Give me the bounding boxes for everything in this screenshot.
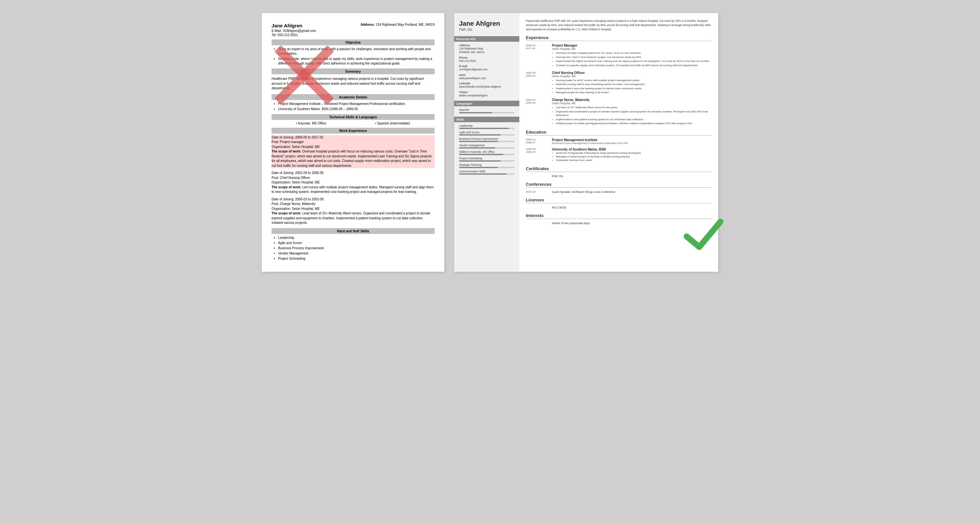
sidebar-skill-bar-4 <box>459 154 514 155</box>
exp-title-1: Project Manager <box>552 44 712 47</box>
right-title: PMP, RN <box>459 28 514 32</box>
sidebar-skill-fill-5 <box>459 160 501 162</box>
sidebar-skill-3: Vendor Management <box>459 144 514 149</box>
left-hard-soft-title: Hard and Soft Skills <box>272 228 434 234</box>
edu-date-2: 1996-09 -1999-05 <box>526 148 549 162</box>
sidebar-skill-bar-1 <box>459 134 514 135</box>
left-tel-row: Tel: 555-212-5551 <box>272 33 316 37</box>
sidebar-skill-fill-7 <box>459 173 506 175</box>
edu-school-2: University of Southern Maine, BSN <box>552 148 712 151</box>
sidebar-skill-0: Leadership <box>459 124 514 129</box>
left-work-post-1: Post: Project manager <box>272 140 434 145</box>
exp-bullet-3-3: Implemented a new patient tracking syste… <box>556 118 712 122</box>
left-work-org-3: Organization: Seton Hospital, ME <box>272 207 434 211</box>
right-resume: Jane Ahlgren PMP, RN Personal Info Addre… <box>454 13 718 272</box>
exp-content-2: Chief Nursing Officer Seton Hospital, ME… <box>552 71 712 95</box>
left-work-date-1: Date of Joining: 2006-05 to 2017-01 <box>272 135 434 140</box>
left-work-date-3: Date of Joining: 2000-03 to 2002-09 <box>272 197 434 202</box>
tel-label: Tel: <box>272 33 277 37</box>
sidebar-skills-container: Leadership Agile and Scrum Business Proc… <box>459 124 514 175</box>
right-conferences-title: Conferences <box>526 182 712 188</box>
sidebar-twitter-label: Twitter <box>459 91 514 94</box>
left-academic-list: Project Management Institute – Received … <box>272 102 434 111</box>
sidebar-phone-label: Phone <box>459 56 514 59</box>
sidebar-skill-bar-5 <box>459 160 514 162</box>
edu-bullets-2: Andersen Postgraduate Fellowship to stud… <box>552 151 712 162</box>
left-academic-item-2: University of Southern Maine, BSN (1996-… <box>278 107 434 111</box>
exp-bullet-1-3: Implemented the highly successful Lean T… <box>556 59 712 63</box>
sidebar-skill-bar-2 <box>459 141 514 142</box>
sidebar-skill-7: Communication Skills <box>459 170 514 175</box>
sidebar-skill-name-3: Vendor Management <box>459 144 514 147</box>
exp-title-2: Chief Nursing Officer <box>552 71 712 75</box>
sidebar-www-label: www <box>459 73 514 76</box>
left-work-title: Work Experience <box>272 128 434 134</box>
exp-bullet-2-2: Switched nursing staff to new scheduling… <box>556 83 712 86</box>
exp-bullet-1-1: Oversaw all major hospital projects for … <box>556 51 712 55</box>
left-technical-skills: Keynote, MS Office Spanish (intermediate… <box>272 122 434 125</box>
exp-bullet-2-4: Managed project for lean training of all… <box>556 91 712 94</box>
sidebar-skill-bar-7 <box>459 173 514 175</box>
exp-date-3: 2000-03 -2002-09 <box>526 98 549 126</box>
sidebar-skill-name-0: Leadership <box>459 124 514 127</box>
exp-entry-3: 2000-03 -2002-09 Charge Nurse, Maternity… <box>526 98 712 126</box>
exp-bullet-3-2: Organized and coordinated a project to d… <box>556 110 712 117</box>
left-skill-1: Keynote, MS Office <box>296 122 326 125</box>
right-certificates-title: Certificates <box>526 166 712 172</box>
sidebar-skill-fill-2 <box>459 141 498 142</box>
left-summary-text: Healthcare PMP with years of experience … <box>272 76 434 92</box>
sidebar-skills-title: Skills <box>454 117 519 122</box>
conf-date-1: 2014-10 <box>526 190 549 194</box>
left-work-scope-3: The scope of work: Lead team of 15+ Mate… <box>272 211 434 226</box>
left-address: Address: 134 Rightward Way Portland, ME,… <box>361 23 434 26</box>
cert-entry-1: PMP, RN <box>526 175 712 178</box>
left-summary-title: Summary <box>272 68 434 74</box>
sidebar-address-label: Address <box>459 44 514 47</box>
sidebar-skill-bar-6 <box>459 167 514 168</box>
exp-content-3: Charge Nurse, Maternity Seton Hospital, … <box>552 98 712 126</box>
sidebar-skill-name-1: Agile and Scrum <box>459 131 514 134</box>
sidebar-linkedin-label: LinkedIn <box>459 82 514 85</box>
left-work-entry-3: Date of Joining: 2000-03 to 2002-09 Post… <box>272 197 434 226</box>
left-work-post-3: Post: Charge Nurse, Maternity <box>272 202 434 207</box>
right-summary: Passionate healthcare PMP with 10+ years… <box>526 19 712 31</box>
left-skill-2: Spanish (intermediate) <box>375 122 410 125</box>
sidebar-language-spanish: Spanish <box>459 108 514 113</box>
right-education-title: Education <box>526 130 712 135</box>
left-work-entry-2: Date of Joining: 2002-09 to 2006-05 Post… <box>272 171 434 194</box>
right-name: Jane Ahlgren <box>459 19 514 27</box>
left-work-entry-1: Date of Joining: 2006-05 to 2017-01 Post… <box>272 135 434 169</box>
exp-content-1: Project Manager Seton Hospital, ME Overs… <box>552 44 712 67</box>
conf-entry-1: 2014-10 Guest Speaker, Northeast Shingo … <box>526 190 712 194</box>
cert-date-1 <box>526 175 549 178</box>
sidebar-language-spanish-bar <box>459 112 514 113</box>
edu-school-1: Project Management Institute <box>552 138 712 142</box>
exp-bullet-3-4: Initiated project for better gloving/gow… <box>556 122 712 126</box>
left-hard-soft-3: Business Process Improvement <box>278 246 434 251</box>
sidebar-twitter-value: twitter.com/janeahlgren <box>459 94 514 97</box>
edu-date-1: 2008-10 -2008-07 <box>526 138 549 145</box>
left-objective-item-2: Seeking a role, where I will be able to … <box>278 57 434 66</box>
exp-org-3: Seton Hospital, ME <box>552 102 712 105</box>
sidebar-phone-value: 555-212-5551 <box>459 59 514 63</box>
left-resume: Jane Ahlgren E-Mail: JUAhlgren@gmail.com… <box>262 13 444 272</box>
sidebar-skill-1: Agile and Scrum <box>459 131 514 135</box>
sidebar-personal-info-title: Personal Info <box>454 36 519 42</box>
sidebar-skill-name-5: Project Scheduling <box>459 157 514 160</box>
left-objective-item-1: To be an expert in my area of work, with… <box>278 47 434 56</box>
left-address-block: Address: 134 Rightward Way Portland, ME,… <box>361 23 434 26</box>
main-container: Jane Ahlgren E-Mail: JUAhlgren@gmail.com… <box>262 13 718 272</box>
conf-text-1: Guest Speaker, Northeast Shingo Lean Con… <box>552 190 712 194</box>
sidebar-skill-bar-0 <box>459 128 514 129</box>
left-work-date-2: Date of Joining: 2002-09 to 2006-05 <box>272 171 434 176</box>
email-label: E-Mail: <box>272 29 282 33</box>
sidebar-language-spanish-name: Spanish <box>459 108 514 111</box>
sidebar-skill-name-7: Communication Skills <box>459 170 514 173</box>
right-interests-title: Interests <box>526 213 712 219</box>
right-sidebar: Jane Ahlgren PMP, RN Personal Info Addre… <box>454 13 519 272</box>
email-value: JUAhlgren@gmail.com <box>283 29 316 33</box>
exp-date-1: 2006-05 -2017-01 <box>526 44 549 67</box>
sidebar-skill-fill-0 <box>459 128 509 129</box>
left-name: Jane Ahlgren <box>272 23 316 29</box>
right-experience-title: Experience <box>526 35 712 41</box>
